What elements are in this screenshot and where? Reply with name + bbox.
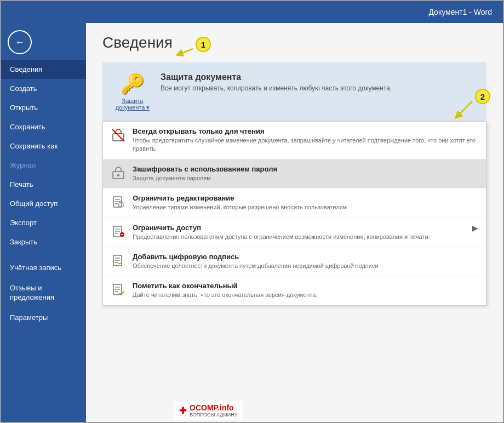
restrict-access-content: Ограничить доступ Предоставление пользов… (133, 224, 466, 241)
sidebar-item-info[interactable]: Сведения (1, 60, 86, 79)
sidebar-item-print[interactable]: Печать (1, 175, 86, 194)
page-title: Сведения (102, 34, 486, 52)
encrypt-desc: Защита документа паролем (133, 174, 478, 182)
back-icon: ← (15, 37, 25, 48)
signature-icon (111, 254, 126, 268)
logo-bar: ✚ OCOMP.info ВОПРОСЫ АДМИНУ (174, 401, 243, 420)
restrict-edit-icon (111, 195, 126, 209)
sidebar: ← Сведения Создать Открыть Сохранить Сох… (1, 23, 86, 423)
logo-cross-icon: ✚ (179, 405, 186, 416)
protect-dropdown-menu: Всегда открывать только для чтения Чтобы… (102, 121, 486, 306)
submenu-arrow-icon: ▶ (472, 224, 478, 232)
logo-sub: ВОПРОСЫ АДМИНУ (190, 412, 238, 418)
info-panel: 🔑 Защита документа ▾ Защита документа Вс… (102, 62, 486, 121)
svg-line-1 (457, 101, 472, 116)
content-area: 1 2 (86, 23, 503, 423)
restrict-edit-desc: Управление типами изменений, которые раз… (133, 203, 478, 211)
svg-point-6 (117, 174, 119, 176)
protect-button-label[interactable]: Защита документа ▾ (116, 98, 150, 111)
final-desc: Дайте читателям знать, что это окончател… (133, 291, 478, 299)
sidebar-item-open[interactable]: Открыть (1, 98, 86, 117)
title-text: Документ1 - Word (428, 8, 492, 16)
encrypt-content: Зашифровать с использованием пароля Защи… (133, 165, 478, 182)
sidebar-item-settings[interactable]: Параметры (1, 308, 86, 327)
protect-button-wrap[interactable]: 🔑 Защита документа ▾ (113, 72, 152, 111)
sidebar-item-share[interactable]: Общий доступ (1, 194, 86, 213)
sidebar-item-journal: Журнал (1, 156, 86, 175)
svg-line-0 (179, 49, 193, 54)
menu-item-restrict-access[interactable]: Ограничить доступ Предоставление пользов… (103, 218, 486, 247)
info-text: Защита документа Все могут открывать, ко… (161, 72, 392, 92)
readonly-desc: Чтобы предотвратить случайное изменение … (133, 136, 478, 153)
readonly-title: Всегда открывать только для чтения (133, 127, 478, 135)
signature-desc: Обеспечение целостности документа путем … (133, 262, 478, 270)
back-button[interactable]: ← (8, 30, 32, 54)
encrypt-title: Зашифровать с использованием пароля (133, 165, 478, 173)
annotation-2: 2 (475, 89, 490, 104)
sidebar-item-close[interactable]: Закрыть (1, 232, 86, 251)
restrict-access-icon (111, 225, 126, 239)
restrict-access-desc: Предоставление пользователям доступа с о… (133, 233, 466, 241)
restrict-edit-title: Ограничить редактирование (133, 194, 478, 202)
info-description: Все могут открывать, копировать и изменя… (161, 84, 392, 92)
sidebar-item-export[interactable]: Экспорт (1, 213, 86, 232)
annotation-1: 1 (196, 37, 211, 52)
final-title: Пометить как окончательный (133, 282, 478, 290)
restrict-edit-content: Ограничить редактирование Управление тип… (133, 194, 478, 211)
readonly-content: Всегда открывать только для чтения Чтобы… (133, 127, 478, 153)
sidebar-item-feedback[interactable]: Отзывы и предложения (1, 278, 86, 308)
sidebar-item-saveas[interactable]: Сохранить как (1, 136, 86, 156)
readonly-icon (111, 128, 126, 142)
sidebar-item-create[interactable]: Создать (1, 79, 86, 98)
menu-item-readonly[interactable]: Всегда открывать только для чтения Чтобы… (103, 122, 486, 159)
arrow-1-svg (176, 46, 196, 57)
info-heading: Защита документа (161, 72, 392, 82)
restrict-access-title: Ограничить доступ (133, 224, 466, 232)
signature-title: Добавить цифровую подпись (133, 253, 478, 261)
svg-line-4 (112, 129, 124, 141)
menu-item-encrypt[interactable]: Зашифровать с использованием пароля Защи… (103, 159, 486, 188)
final-icon (111, 283, 126, 297)
sidebar-item-save[interactable]: Сохранить (1, 117, 86, 136)
menu-item-final[interactable]: Пометить как окончательный Дайте читател… (103, 276, 486, 305)
logo-main: OCOMP.info (190, 403, 238, 412)
signature-content: Добавить цифровую подпись Обеспечение це… (133, 253, 478, 270)
encrypt-icon (111, 166, 126, 180)
svg-rect-11 (119, 203, 123, 207)
final-content: Пометить как окончательный Дайте читател… (133, 282, 478, 299)
menu-item-signature[interactable]: Добавить цифровую подпись Обеспечение це… (103, 247, 486, 276)
lock-icon: 🔑 (121, 72, 145, 95)
sidebar-item-account[interactable]: Учётная запись (1, 258, 86, 278)
menu-item-restrict-edit[interactable]: Ограничить редактирование Управление тип… (103, 188, 486, 218)
arrow-2-svg (453, 99, 475, 121)
